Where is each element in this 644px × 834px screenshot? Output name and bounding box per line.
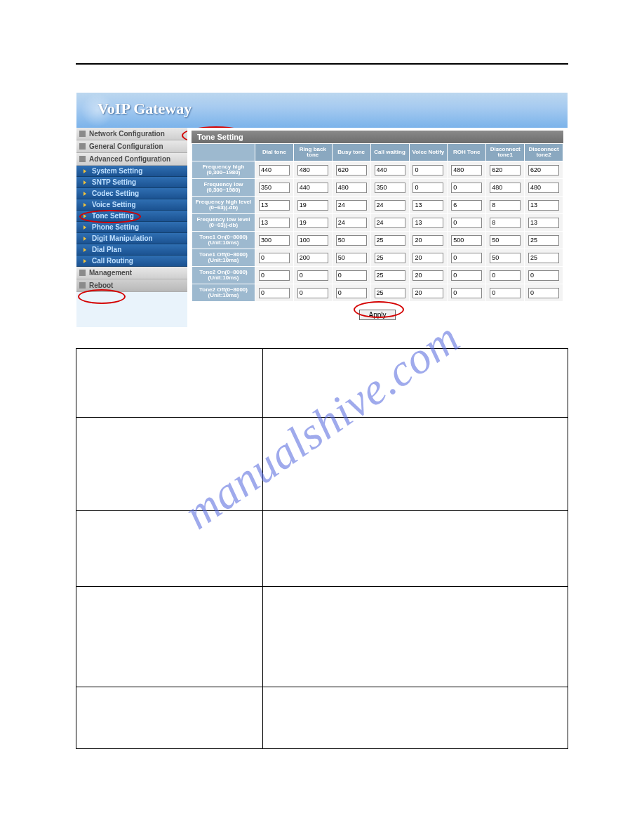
cell-input[interactable] — [412, 270, 443, 281]
sidebar-item-dialplan[interactable]: Dial Plan — [76, 244, 187, 256]
app-banner: VoIP Gateway — [76, 93, 568, 128]
cell-input[interactable] — [451, 235, 482, 246]
cell-input[interactable] — [451, 218, 482, 228]
cell-input[interactable] — [297, 253, 328, 263]
cell-input[interactable] — [259, 183, 290, 193]
cell-input[interactable] — [490, 235, 521, 246]
cell-input[interactable] — [336, 165, 367, 176]
sidebar-item-system[interactable]: System Setting — [76, 166, 187, 177]
cell-input[interactable] — [490, 270, 521, 281]
sidebar-item-voice[interactable]: Voice Setting — [76, 199, 187, 211]
cell-input[interactable] — [375, 253, 405, 263]
cell-input[interactable] — [490, 200, 521, 211]
cell-input[interactable] — [375, 218, 405, 228]
cell-input[interactable] — [336, 183, 367, 193]
blank-header — [192, 144, 255, 161]
row-header: Tone1 Off(0~8000) (Unit:10ms) — [192, 249, 255, 267]
cell-input[interactable] — [490, 288, 521, 298]
cell-input[interactable] — [297, 288, 328, 298]
cell-input[interactable] — [528, 165, 559, 176]
sidebar-item-sntp[interactable]: SNTP Setting — [76, 177, 187, 188]
cell-input[interactable] — [259, 235, 290, 246]
cell-input[interactable] — [451, 253, 482, 263]
cell-input[interactable] — [490, 218, 521, 228]
cell-input[interactable] — [259, 165, 290, 176]
cell-input[interactable] — [412, 218, 443, 228]
cell-input[interactable] — [297, 270, 328, 281]
cell-input[interactable] — [297, 165, 328, 176]
cell-input[interactable] — [336, 218, 367, 228]
cell-input[interactable] — [336, 288, 367, 298]
apply-button[interactable]: Apply — [359, 310, 395, 320]
tone-setting-table: Dial tone Ring back tone Busy tone Call … — [192, 143, 563, 302]
cell-input[interactable] — [412, 165, 443, 176]
desc-cell — [76, 511, 263, 587]
cell-input[interactable] — [297, 183, 328, 193]
sidebar-item-codec[interactable]: Codec Setting — [76, 188, 187, 199]
cell-input[interactable] — [528, 235, 559, 246]
cell-input[interactable] — [528, 218, 559, 228]
cell-input[interactable] — [259, 270, 290, 281]
cell-input[interactable] — [375, 270, 405, 281]
col-header: Voice Notify — [409, 144, 448, 161]
desc-cell — [76, 418, 263, 511]
cell-input[interactable] — [297, 200, 328, 211]
desc-cell — [76, 349, 263, 418]
cell-input[interactable] — [490, 253, 521, 263]
cell-input[interactable] — [490, 165, 521, 176]
cell-input[interactable] — [259, 288, 290, 298]
cell-input[interactable] — [375, 235, 405, 246]
sidebar-cat-general[interactable]: General Configuration — [76, 140, 187, 153]
cell-input[interactable] — [451, 183, 482, 193]
cell-input[interactable] — [297, 218, 328, 228]
cell-input[interactable] — [336, 235, 367, 246]
cell-input[interactable] — [336, 200, 367, 211]
col-header: Ring back tone — [293, 144, 332, 161]
cell-input[interactable] — [451, 200, 482, 211]
table-row: Tone1 On(0~8000) (Unit:10ms) — [192, 232, 563, 249]
sidebar-item-tone[interactable]: Tone Setting — [76, 211, 187, 222]
cell-input[interactable] — [451, 165, 482, 176]
sidebar-item-phone[interactable]: Phone Setting — [76, 222, 187, 233]
sidebar-cat-network[interactable]: Network Configuration — [76, 128, 187, 140]
cell-input[interactable] — [375, 183, 405, 193]
cell-input[interactable] — [336, 270, 367, 281]
col-header: Call waiting — [370, 144, 409, 161]
cell-input[interactable] — [451, 288, 482, 298]
sidebar-item-callrouting[interactable]: Call Routing — [76, 256, 187, 267]
table-row: Tone1 Off(0~8000) (Unit:10ms) — [192, 249, 563, 267]
sidebar-item-digit[interactable]: Digit Manipulation — [76, 233, 187, 244]
cell-input[interactable] — [528, 253, 559, 263]
screenshot-area: VoIP Gateway Network Configuration Gener… — [76, 93, 568, 327]
cell-input[interactable] — [528, 270, 559, 281]
cell-input[interactable] — [412, 288, 443, 298]
cell-input[interactable] — [375, 288, 405, 298]
cell-input[interactable] — [375, 165, 405, 176]
cell-input[interactable] — [412, 253, 443, 263]
desc-cell — [263, 687, 568, 749]
cell-input[interactable] — [259, 253, 290, 263]
cell-input[interactable] — [412, 235, 443, 246]
cell-input[interactable] — [259, 200, 290, 211]
cell-input[interactable] — [336, 253, 367, 263]
table-header-row: Dial tone Ring back tone Busy tone Call … — [192, 144, 563, 161]
cell-input[interactable] — [528, 200, 559, 211]
sidebar-cat-reboot[interactable]: Reboot — [76, 279, 187, 292]
table-row: Tone2 Off(0~8000) (Unit:10ms) — [192, 284, 563, 302]
cell-input[interactable] — [490, 183, 521, 193]
sidebar-cat-management[interactable]: Management — [76, 267, 187, 279]
cell-input[interactable] — [412, 200, 443, 211]
table-row: Frequency low level (0~63)(-db) — [192, 214, 563, 232]
cell-input[interactable] — [375, 200, 405, 211]
cell-input[interactable] — [412, 183, 443, 193]
cell-input[interactable] — [528, 288, 559, 298]
cell-input[interactable] — [528, 183, 559, 193]
cell-input[interactable] — [259, 218, 290, 228]
cell-input[interactable] — [451, 270, 482, 281]
sidebar: Network Configuration General Configurat… — [76, 128, 187, 327]
row-header: Frequency high level (0~63)(-db) — [192, 197, 255, 214]
row-header: Frequency low (0,300~1980) — [192, 179, 255, 197]
sidebar-cat-advanced[interactable]: Advanced Configuration — [76, 153, 187, 166]
cell-input[interactable] — [297, 235, 328, 246]
col-header: Dial tone — [255, 144, 294, 161]
